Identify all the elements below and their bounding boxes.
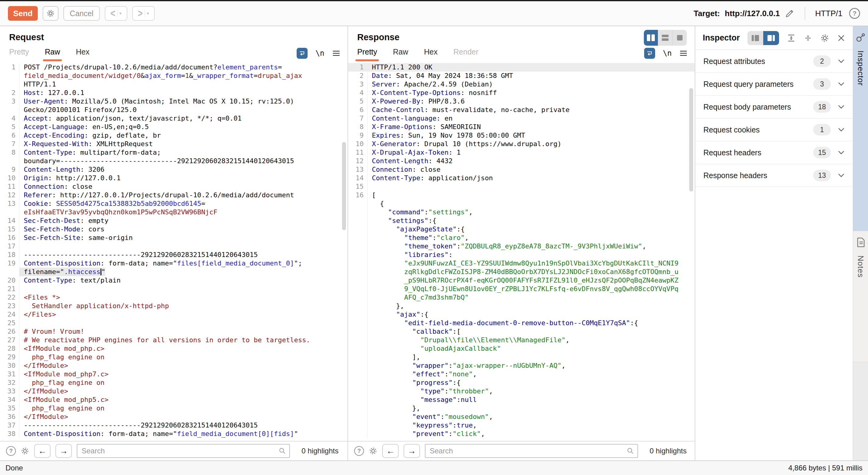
chevron-down-icon[interactable] <box>838 59 845 64</box>
inspector-section-response-headers[interactable]: Response headers13 <box>695 164 853 187</box>
search-help-icon[interactable]: ? <box>6 446 16 456</box>
code-text: SetHandler application/x-httpd-php <box>20 302 169 310</box>
inspector-dock-left-button[interactable] <box>747 31 763 45</box>
back-button[interactable]: < ▾ <box>105 6 127 21</box>
response-highlights-count: 0 highlights <box>650 447 686 455</box>
code-line: "eJx9UNFuwzAI_CE3-YZ9SUUIWdmw8Qyu1n19nSp… <box>348 259 695 267</box>
response-tab-pretty[interactable]: Pretty <box>357 48 377 61</box>
request-editor[interactable]: 1POST /Projects/drupal-10.2.6/media/add/… <box>0 61 347 441</box>
line-number: 9 <box>0 165 20 174</box>
request-tab-pretty[interactable]: Pretty <box>9 48 29 61</box>
inspector-section-request-headers[interactable]: Request headers15 <box>695 141 853 164</box>
word-wrap-icon[interactable] <box>297 48 308 59</box>
send-button[interactable]: Send <box>8 6 38 21</box>
chevron-down-icon[interactable] <box>838 127 845 132</box>
side-tab-notes[interactable]: Notes <box>853 231 868 362</box>
response-editor[interactable]: 1HTTP/1.1 200 OK2Date: Sat, 04 May 2024 … <box>348 61 695 441</box>
code-line: boundary=-----------------------------29… <box>0 157 347 165</box>
line-number <box>348 208 368 217</box>
edit-target-pencil-icon[interactable] <box>784 8 795 19</box>
search-settings-gear-icon[interactable] <box>369 447 377 455</box>
line-number <box>0 106 20 114</box>
request-scrollbar[interactable] <box>342 142 346 230</box>
inspector-section-request-attributes[interactable]: Request attributes2 <box>695 50 853 73</box>
chevron-down-icon[interactable] <box>838 82 845 87</box>
chevron-down-icon[interactable] <box>838 104 845 109</box>
search-settings-gear-icon[interactable] <box>21 447 29 455</box>
line-number <box>348 293 368 302</box>
code-line: filename=".htaccess" <box>0 267 347 276</box>
response-tab-raw[interactable]: Raw <box>393 48 408 61</box>
editor-menu-icon[interactable] <box>332 50 340 57</box>
code-text: Accept: application/json, text/javascrip… <box>20 114 242 123</box>
word-wrap-icon[interactable] <box>644 48 655 59</box>
response-scrollbar[interactable] <box>689 88 693 192</box>
show-newlines-icon[interactable]: \n <box>663 49 672 58</box>
code-line: 7Content-language: en <box>348 114 695 123</box>
request-tab-hex[interactable]: Hex <box>76 48 89 61</box>
code-line: 30</IfModule> <box>0 361 347 370</box>
code-text: "command":"settings", <box>368 208 473 217</box>
forward-button[interactable]: > ▾ <box>132 6 155 21</box>
send-settings-button[interactable] <box>43 6 59 21</box>
inspector-section-request-query-parameters[interactable]: Request query parameters3 <box>695 73 853 96</box>
code-line: Gecko/20100101 Firefox/125.0 <box>0 106 347 114</box>
search-help-icon[interactable]: ? <box>354 446 364 456</box>
code-line: 31<IfModule mod_php7.c> <box>0 370 347 378</box>
http-version-label[interactable]: HTTP/1 <box>815 9 842 18</box>
search-next-button[interactable]: → <box>404 444 420 458</box>
cancel-button[interactable]: Cancel <box>63 6 100 21</box>
code-line: 5X-Powered-By: PHP/8.3.6 <box>348 97 695 106</box>
line-number <box>348 302 368 310</box>
search-next-button[interactable]: → <box>56 444 72 458</box>
back-dropdown-icon[interactable]: ▾ <box>119 11 122 16</box>
code-line: 9_VQqLf0-JjUEwn8U1ov0EY_rZPBLJ1Yc7KLFsfq… <box>348 285 695 293</box>
search-prev-button[interactable]: ← <box>34 444 51 458</box>
code-line: 2Host: 127.0.0.1 <box>0 89 347 97</box>
code-text: "type":"throbber", <box>368 387 493 395</box>
code-line: "theme_token":"ZQDBULqR8_eypZ8eA78_8azcT… <box>348 242 695 251</box>
line-number <box>0 71 20 80</box>
response-tab-render[interactable]: Render <box>454 48 478 61</box>
layout-single-button[interactable] <box>673 30 687 46</box>
layout-columns-button[interactable] <box>644 30 658 46</box>
code-text: HTTP/1.1 <box>20 80 56 89</box>
response-tab-hex[interactable]: Hex <box>424 48 437 61</box>
line-number: 9 <box>348 131 368 140</box>
line-number: 32 <box>0 378 20 387</box>
code-line: 13Cookie: SESS05d4275ca1538832b5ab92000b… <box>0 199 347 208</box>
code-text: Connection: close <box>368 165 440 174</box>
request-tab-raw[interactable]: Raw <box>45 48 60 61</box>
inspector-section-request-body-parameters[interactable]: Request body parameters18 <box>695 96 853 119</box>
collapse-all-icon[interactable] <box>803 33 812 43</box>
code-line: 38Content-Disposition: form-data; name="… <box>0 430 347 438</box>
search-prev-button[interactable]: ← <box>382 444 399 458</box>
side-tab-inspector[interactable]: Inspector <box>853 26 868 231</box>
inspector-close-icon[interactable] <box>837 34 845 42</box>
help-icon[interactable]: ? <box>849 8 860 19</box>
line-number <box>0 80 20 89</box>
editor-menu-icon[interactable] <box>680 50 687 57</box>
chevron-down-icon[interactable] <box>838 150 845 155</box>
line-number <box>348 233 368 242</box>
code-line: 1POST /Projects/drupal-10.2.6/media/add/… <box>0 63 347 71</box>
gear-icon <box>46 9 55 18</box>
forward-dropdown-icon[interactable]: ▾ <box>147 11 149 16</box>
layout-rows-button[interactable] <box>658 30 673 46</box>
code-text: boundary=-----------------------------29… <box>20 157 294 165</box>
inspector-settings-gear-icon[interactable] <box>820 33 829 43</box>
request-search-input[interactable] <box>77 444 290 458</box>
chevron-down-icon[interactable] <box>838 173 845 178</box>
code-line: _pS9HLbR7ROcrPX4f-eqKGrOQ00FAFYFsR7IFZL9… <box>348 276 695 285</box>
count-badge: 18 <box>813 101 831 113</box>
expand-all-icon[interactable] <box>787 33 796 43</box>
inspector-dock-right-button[interactable] <box>763 31 779 45</box>
line-number: 7 <box>0 140 20 148</box>
code-text: }, <box>368 302 404 310</box>
response-search-input[interactable] <box>425 444 638 458</box>
code-line: 24</Files> <box>0 310 347 319</box>
show-newlines-icon[interactable]: \n <box>315 49 324 58</box>
line-number: 15 <box>348 182 368 191</box>
code-line: 27# We reactivate PHP engines for all ve… <box>0 336 347 344</box>
inspector-section-request-cookies[interactable]: Request cookies1 <box>695 119 853 141</box>
